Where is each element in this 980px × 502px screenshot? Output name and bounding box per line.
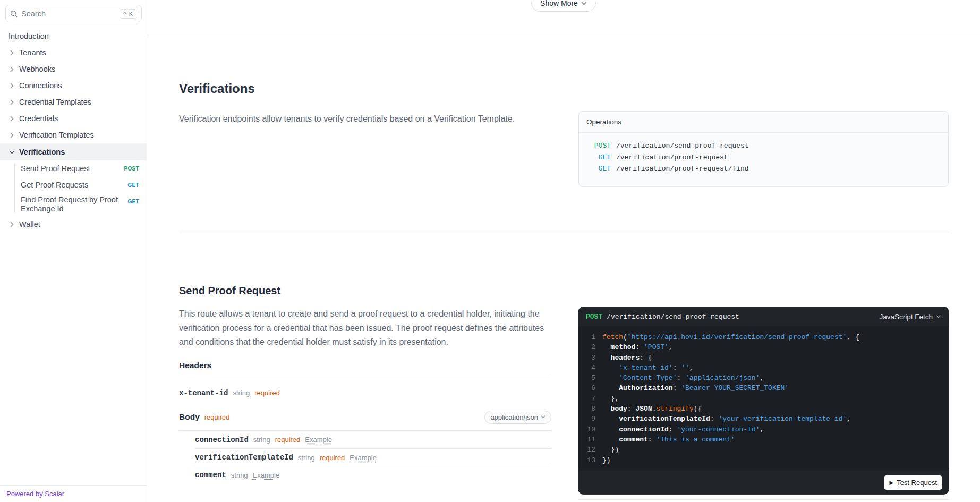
code-text: connectionId: 'your-connection-Id', xyxy=(602,424,764,435)
language-select[interactable]: JavaScript Fetch xyxy=(879,313,941,321)
sidebar-subgroup: Send Proof RequestPOSTGet Proof Requests… xyxy=(0,160,147,216)
code-panel-footer: ▶ Test Request xyxy=(578,471,949,494)
line-number: 5 xyxy=(578,373,595,383)
code-line: 11 comment: 'This is a comment' xyxy=(578,435,949,445)
show-more-label: Show More xyxy=(540,0,578,7)
code-line: 5 'Content-Type': 'application/json', xyxy=(578,373,949,383)
sidebar-item-label: Credentials xyxy=(19,114,139,123)
sidebar-item-send-proof-request[interactable]: Send Proof RequestPOST xyxy=(14,160,147,177)
code-panel-header: POST /verification/send-proof-request Ja… xyxy=(578,307,949,326)
line-number: 6 xyxy=(578,383,595,393)
operations-title: Operations xyxy=(579,112,948,133)
search-input[interactable]: Search ^ K xyxy=(5,5,142,22)
code-text: body: JSON.stringify({ xyxy=(602,404,702,414)
operation-method: GET xyxy=(586,152,611,164)
code-line: 3 headers: { xyxy=(578,353,949,363)
body-param-row: connectionIdstringrequiredExample xyxy=(195,431,551,448)
code-text: fetch('https://api.hovi.id/verification/… xyxy=(602,332,859,342)
operations-card: Operations POST/verification/send-proof-… xyxy=(578,111,949,187)
line-number: 3 xyxy=(578,353,595,363)
chevron-right-icon xyxy=(8,99,15,105)
show-more-button[interactable]: Show More xyxy=(531,0,596,12)
param-required-badge: required xyxy=(254,389,280,397)
line-number: 9 xyxy=(578,414,595,424)
sidebar-item-label: Connections xyxy=(19,81,139,90)
sidebar-item-webhooks[interactable]: Webhooks xyxy=(0,61,147,78)
method-badge: GET xyxy=(128,199,139,205)
search-shortcut-badge: ^ K xyxy=(120,9,137,19)
chevron-right-icon xyxy=(8,132,15,138)
code-method-badge: POST xyxy=(586,313,602,321)
param-example-link[interactable]: Example xyxy=(305,436,332,444)
param-example-link[interactable]: Example xyxy=(253,471,280,479)
param-example-link[interactable]: Example xyxy=(350,454,377,462)
sidebar-item-verifications[interactable]: Verifications xyxy=(0,143,147,160)
sidebar-item-label: Tenants xyxy=(19,48,139,57)
powered-by-scalar-link[interactable]: Powered by Scalar xyxy=(6,490,64,498)
param-required-badge: required xyxy=(275,436,301,444)
sidebar-item-get-proof-requests[interactable]: Get Proof RequestsGET xyxy=(14,177,147,193)
sidebar-item-label: Find Proof Request by Proof Exchange Id xyxy=(21,195,124,214)
sidebar-item-label: Introduction xyxy=(8,31,139,41)
endpoint-description: This route allows a tenant to create and… xyxy=(179,307,553,350)
sidebar-item-credentials[interactable]: Credentials xyxy=(0,110,147,127)
chevron-right-icon xyxy=(8,83,15,89)
content-type-select[interactable]: application/json xyxy=(484,411,551,424)
sidebar-item-label: Credential Templates xyxy=(19,97,139,107)
sidebar-item-connections[interactable]: Connections xyxy=(0,78,147,94)
chevron-down-icon xyxy=(541,415,546,419)
topbar: Show More xyxy=(147,0,980,36)
sidebar-item-introduction[interactable]: Introduction xyxy=(0,28,147,45)
code-text: Authorization: 'Bearer YOUR_SECRET_TOKEN… xyxy=(602,383,789,393)
sidebar-item-label: Verifications xyxy=(19,147,139,157)
test-request-label: Test Request xyxy=(897,479,937,487)
code-line: 13}) xyxy=(578,455,949,465)
sidebar-item-credential-templates[interactable]: Credential Templates xyxy=(0,94,147,110)
responses-divider xyxy=(578,499,949,500)
code-line: 2 method: 'POST', xyxy=(578,342,949,352)
operation-row[interactable]: POST/verification/send-proof-request xyxy=(586,140,941,152)
content-type-value: application/json xyxy=(490,413,538,421)
code-line: 12 }) xyxy=(578,445,949,455)
param-required-badge: required xyxy=(320,454,345,462)
body-params-list: connectionIdstringrequiredExampleverific… xyxy=(179,430,551,483)
param-name: x-tenant-id xyxy=(179,389,228,397)
param-name: connectionId xyxy=(195,436,249,444)
sidebar-item-tenants[interactable]: Tenants xyxy=(0,45,147,61)
code-path: /verification/send-proof-request xyxy=(607,313,739,321)
line-number: 2 xyxy=(578,342,595,352)
operation-row[interactable]: GET/verification/proof-request xyxy=(586,152,941,164)
sidebar-item-label: Verification Templates xyxy=(19,130,139,140)
line-number: 13 xyxy=(578,455,595,465)
test-request-button[interactable]: ▶ Test Request xyxy=(884,475,942,490)
header-param-row: x-tenant-id string required xyxy=(179,384,551,402)
chevron-right-icon xyxy=(8,116,15,122)
code-text: }) xyxy=(602,455,611,465)
sidebar: Search ^ K IntroductionTenantsWebhooksCo… xyxy=(0,0,147,502)
code-text: comment: 'This is a comment' xyxy=(602,435,735,445)
line-number: 12 xyxy=(578,445,595,455)
chevron-down-icon xyxy=(581,2,587,5)
operation-row[interactable]: GET/verification/proof-request/find xyxy=(586,163,941,175)
sidebar-item-wallet[interactable]: Wallet xyxy=(0,216,147,233)
line-number: 10 xyxy=(578,424,595,435)
line-number: 7 xyxy=(578,394,595,404)
sidebar-item-find-proof-request-by-proof-exchange-id[interactable]: Find Proof Request by Proof Exchange IdG… xyxy=(14,193,147,216)
code-block: 1fetch('https://api.hovi.id/verification… xyxy=(578,326,949,471)
code-text: 'x-tenant-id': '', xyxy=(602,363,694,373)
sidebar-item-label: Wallet xyxy=(19,219,139,229)
code-line: 10 connectionId: 'your-connection-Id', xyxy=(578,424,949,435)
line-number: 1 xyxy=(578,332,595,342)
play-icon: ▶ xyxy=(889,480,893,486)
body-param-row: commentstringExample xyxy=(195,466,551,483)
sidebar-nav: IntroductionTenantsWebhooksConnectionsCr… xyxy=(0,28,147,233)
chevron-right-icon xyxy=(8,50,15,56)
code-line: 9 verificationTemplateId: 'your-verifica… xyxy=(578,414,949,424)
line-number: 4 xyxy=(578,363,595,373)
sidebar-item-label: Send Proof Request xyxy=(21,164,120,173)
param-name: comment xyxy=(195,471,226,479)
headers-section-title: Headers xyxy=(179,361,551,377)
sidebar-item-verification-templates[interactable]: Verification Templates xyxy=(0,127,147,143)
operations-list: POST/verification/send-proof-requestGET/… xyxy=(579,133,948,186)
body-param-row: verificationTemplateIdstringrequiredExam… xyxy=(195,448,551,466)
